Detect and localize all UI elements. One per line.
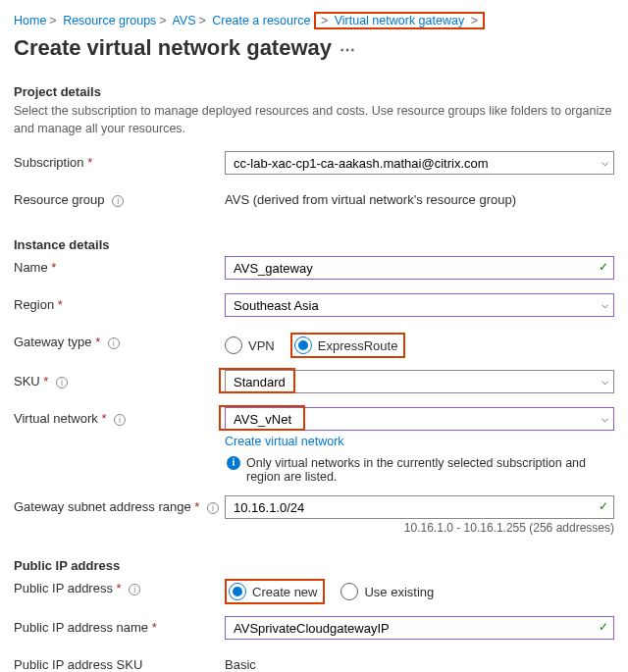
section-public-ip: Public IP address (14, 558, 614, 573)
label-subnet-range: Gateway subnet address range * i (14, 495, 225, 514)
label-public-ip-sku: Public IP address SKU (14, 653, 225, 672)
crumb-virtual-network-gateway[interactable]: Virtual network gateway (335, 14, 464, 27)
radio-expressroute[interactable]: ExpressRoute (294, 336, 398, 354)
virtual-network-dropdown[interactable]: ⌵ (225, 407, 614, 431)
label-public-ip: Public IP address * i (14, 577, 225, 595)
label-public-ip-name: Public IP address name * (14, 616, 225, 635)
sku-dropdown[interactable]: ⌵ (225, 370, 614, 393)
more-icon[interactable]: ⋯ (332, 41, 355, 58)
radio-vpn[interactable]: VPN (225, 336, 275, 354)
page-title: Create virtual network gateway⋯ (14, 35, 614, 61)
info-icon[interactable]: i (129, 584, 140, 595)
crumb-avs[interactable]: AVS (172, 14, 195, 27)
label-name: Name * (14, 256, 225, 275)
label-gateway-type: Gateway type * i (14, 331, 225, 349)
project-details-help: Select the subscription to manage deploy… (14, 103, 614, 137)
breadcrumb: Home> Resource groups> AVS> Create a res… (14, 10, 614, 33)
label-resource-group: Resource group i (14, 188, 225, 207)
label-sku: SKU * i (14, 370, 225, 388)
public-ip-name-input[interactable]: ✓ (225, 616, 614, 640)
label-virtual-network: Virtual network * i (14, 407, 225, 426)
radio-use-existing-ip[interactable]: Use existing (340, 583, 434, 600)
region-dropdown[interactable]: ⌵ (225, 293, 614, 317)
label-region: Region * (14, 293, 225, 312)
link-create-virtual-network[interactable]: Create virtual network (225, 435, 344, 448)
section-project-details: Project details (14, 84, 614, 99)
info-icon[interactable]: i (112, 195, 124, 207)
subscription-dropdown[interactable]: ⌵ (225, 151, 614, 175)
info-icon[interactable]: i (207, 502, 219, 514)
crumb-resource-groups[interactable]: Resource groups (63, 14, 156, 27)
vnet-note: Only virtual networks in the currently s… (246, 456, 614, 484)
subnet-range-input[interactable]: ✓ (225, 495, 614, 519)
info-icon[interactable]: i (108, 337, 120, 349)
label-subscription: Subscription * (14, 151, 225, 170)
info-filled-icon: i (227, 456, 240, 470)
radio-create-new-ip[interactable]: Create new (229, 583, 317, 600)
crumb-home[interactable]: Home (14, 14, 46, 27)
crumb-create-resource[interactable]: Create a resource (212, 14, 310, 27)
subnet-range-note: 10.16.1.0 - 10.16.1.255 (256 addresses) (225, 521, 614, 535)
name-input[interactable]: ✓ (225, 256, 614, 280)
resource-group-value: AVS (derived from virtual network's reso… (225, 188, 614, 207)
info-icon[interactable]: i (114, 414, 126, 426)
section-instance-details: Instance details (14, 237, 614, 252)
info-icon[interactable]: i (56, 377, 68, 388)
public-ip-sku-value: Basic (225, 653, 614, 672)
